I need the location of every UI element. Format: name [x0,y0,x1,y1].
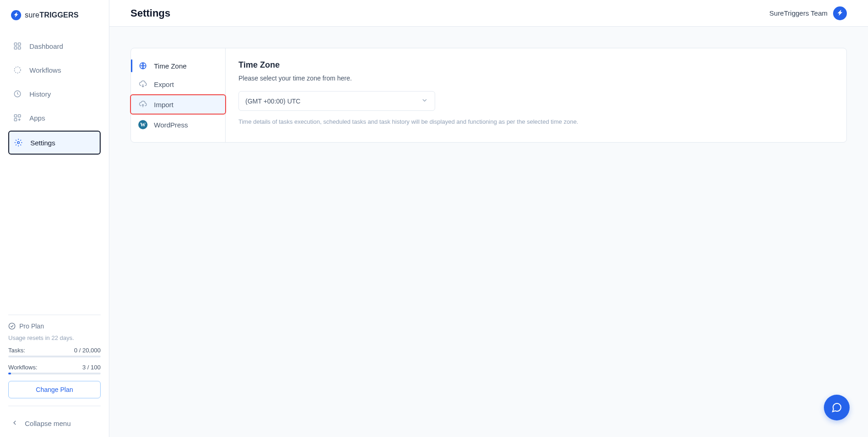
settings-tab-label: WordPress [154,121,188,129]
svg-rect-8 [14,119,17,121]
svg-rect-2 [14,47,17,49]
dashboard-icon [13,41,22,51]
gear-icon [14,138,23,147]
chevron-down-icon [421,97,428,105]
wordpress-icon: W [138,120,148,129]
settings-tab-label: Time Zone [154,62,187,70]
history-icon [13,89,22,98]
settings-tab-label: Export [154,80,174,88]
sidebar-item-label: History [29,90,51,98]
tasks-value: 0 / 20,000 [74,347,101,354]
workflows-label: Workflows: [8,364,37,371]
settings-nav: Time Zone Export Import [131,48,226,142]
tasks-progress-bar [8,356,101,357]
workflows-value: 3 / 100 [82,364,101,371]
svg-rect-1 [18,43,21,45]
download-cloud-icon [138,80,148,89]
tasks-stat: Tasks: 0 / 20,000 [8,347,101,354]
team-name: SureTriggers Team [769,9,828,17]
plan-name: Pro Plan [19,322,44,330]
timezone-selected-value: (GMT +00:00) UTC [245,98,301,105]
section-description: Please select your time zone from here. [238,75,834,82]
team-switcher[interactable]: SureTriggers Team [769,6,847,20]
svg-rect-3 [18,47,21,49]
sidebar-item-settings[interactable]: Settings [8,131,101,155]
svg-point-10 [9,323,15,329]
main-nav: Dashboard Workflows History Apps [0,30,109,161]
settings-tab-wordpress[interactable]: W WordPress [131,115,225,134]
plan-name-row: Pro Plan [8,322,101,330]
change-plan-button[interactable]: Change Plan [8,381,101,398]
brand-icon [11,10,21,20]
main-area: Settings SureTriggers Team Time Zone [109,0,868,437]
divider [8,406,101,406]
settings-tab-timezone[interactable]: Time Zone [131,57,225,75]
sidebar-item-workflows[interactable]: Workflows [8,59,101,81]
timezone-select[interactable]: (GMT +00:00) UTC [238,91,435,111]
globe-icon [138,61,148,70]
team-avatar-icon [833,6,847,20]
workflows-progress-bar [8,373,101,374]
sidebar-item-label: Workflows [29,66,61,74]
apps-icon [13,113,22,122]
brand-logo[interactable]: sureTRIGGERS [0,0,109,30]
sidebar: sureTRIGGERS Dashboard Workflows History [0,0,109,437]
sidebar-item-history[interactable]: History [8,83,101,105]
workflows-stat: Workflows: 3 / 100 [8,364,101,371]
settings-tab-import[interactable]: Import [130,94,226,115]
chat-icon [831,402,842,413]
sidebar-item-label: Dashboard [29,42,63,50]
settings-tab-label: Import [154,101,174,109]
settings-content: Time Zone Please select your time zone f… [226,48,846,142]
svg-rect-0 [14,43,17,45]
help-fab-button[interactable] [824,395,850,420]
svg-point-4 [14,67,21,73]
collapse-menu-button[interactable]: Collapse menu [8,414,101,428]
usage-reset-text: Usage resets in 22 days. [8,334,101,341]
page-title: Settings [130,7,170,19]
upload-cloud-icon [138,100,148,109]
sidebar-bottom: Pro Plan Usage resets in 22 days. Tasks:… [0,307,109,437]
topbar: Settings SureTriggers Team [109,0,868,27]
check-circle-icon [8,322,16,330]
section-title: Time Zone [238,60,834,70]
sidebar-item-apps[interactable]: Apps [8,107,101,129]
sidebar-item-label: Apps [29,114,45,122]
svg-rect-7 [18,115,21,117]
sidebar-item-dashboard[interactable]: Dashboard [8,35,101,57]
collapse-label: Collapse menu [25,420,71,427]
settings-tab-export[interactable]: Export [131,75,225,93]
divider [8,315,101,315]
svg-point-9 [17,142,20,144]
brand-text: sureTRIGGERS [25,11,79,19]
sidebar-item-label: Settings [30,139,55,147]
settings-card: Time Zone Export Import [130,48,847,143]
chevron-left-icon [11,419,18,428]
svg-rect-6 [14,115,17,117]
workflows-icon [13,65,22,75]
content-area: Time Zone Export Import [109,27,868,437]
helper-text: Time details of tasks execution, schedul… [238,118,834,125]
tasks-label: Tasks: [8,347,25,354]
